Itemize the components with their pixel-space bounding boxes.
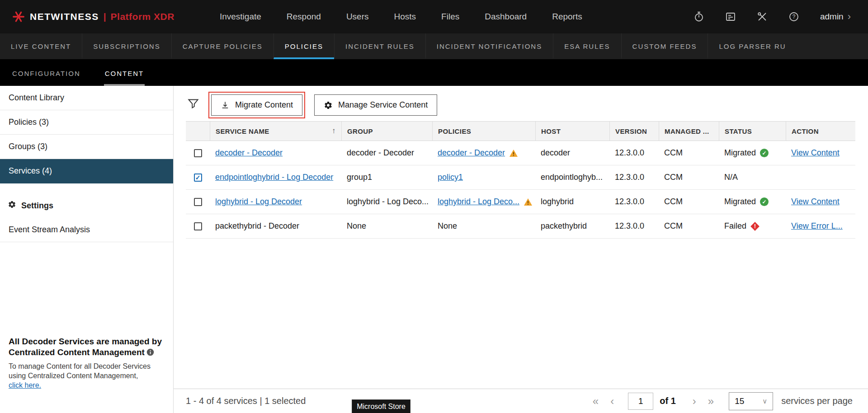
policy-link[interactable]: policy1 (438, 173, 463, 182)
managed-cell: CCM (664, 197, 683, 206)
sidebar-item-services[interactable]: Services (4) (0, 159, 173, 183)
page-size-select[interactable]: 15 ∨ (729, 392, 773, 410)
brand[interactable]: NETWITNESS | Platform XDR (0, 10, 175, 23)
page-number-input[interactable] (628, 393, 653, 410)
host-cell: endpointloghyb... (541, 173, 603, 182)
tab-subscriptions[interactable]: SUBSCRIPTIONS (82, 33, 171, 59)
header-policies[interactable]: POLICIES (432, 122, 535, 141)
service-name-text: packethybrid - Decoder (215, 221, 299, 231)
migrate-content-button[interactable]: Migrate Content (211, 94, 302, 116)
host-cell: loghybrid (541, 197, 574, 206)
top-right-actions: ? admin › (693, 11, 868, 22)
status-cell: Migrated (724, 197, 756, 206)
status-cell: Failed (724, 221, 746, 231)
taskbar-tooltip: Microsoft Store (352, 399, 410, 413)
header-version[interactable]: VERSION (609, 122, 659, 141)
service-link[interactable]: loghybrid - Log Decoder (215, 197, 302, 206)
toolbar: Migrate Content Manage Service Content (174, 86, 868, 118)
manage-service-content-button[interactable]: Manage Service Content (314, 94, 437, 116)
policy-cell: None (438, 221, 457, 231)
row-checkbox[interactable] (194, 149, 202, 157)
main-panel: Migrate Content Manage Service Content S… (174, 86, 868, 413)
group-cell: None (347, 221, 366, 231)
sidebar-item-content-library[interactable]: Content Library (0, 86, 173, 110)
notice-title: All Decoder Services are managed by Cent… (9, 336, 166, 358)
prev-page-icon[interactable]: ‹ (604, 395, 620, 408)
managed-cell: CCM (664, 148, 683, 158)
service-link[interactable]: endpointloghybrid - Log Decoder (215, 173, 333, 182)
view-content-link[interactable]: View Content (791, 197, 840, 206)
nav-investigate[interactable]: Investigate (220, 12, 261, 22)
nav-files[interactable]: Files (441, 12, 459, 22)
status-cell: N/A (724, 173, 738, 182)
version-cell: 12.3.0.0 (615, 148, 644, 158)
next-page-icon[interactable]: › (687, 395, 702, 408)
section-tabs: CONFIGURATION CONTENT (0, 59, 868, 86)
selection-summary: 1 - 4 of 4 services | 1 selected (186, 396, 306, 406)
sidebar-item-settings[interactable]: Settings (0, 193, 173, 218)
tab-esa-rules[interactable]: ESA RULES (553, 33, 621, 59)
sidebar-item-groups[interactable]: Groups (3) (0, 135, 173, 159)
header-action[interactable]: ACTION (786, 122, 855, 141)
table-footer: 1 - 4 of 4 services | 1 selected « ‹ of … (174, 389, 868, 413)
service-link[interactable]: decoder - Decoder (215, 148, 283, 158)
tab-live-content[interactable]: LIVE CONTENT (0, 33, 82, 59)
policy-link[interactable]: decoder - Decoder (438, 148, 505, 158)
row-checkbox[interactable] (194, 198, 202, 206)
first-page-icon[interactable]: « (587, 395, 604, 408)
tab-configuration[interactable]: CONFIGURATION (0, 59, 93, 86)
nav-dashboard[interactable]: Dashboard (485, 12, 527, 22)
table-row: endpointloghybrid - Log Decoder group1 p… (186, 165, 855, 190)
sidebar-item-policies[interactable]: Policies (3) (0, 110, 173, 135)
row-checkbox[interactable] (194, 222, 202, 230)
version-cell: 12.3.0.0 (615, 173, 644, 182)
nav-respond[interactable]: Respond (287, 12, 321, 22)
status-cell: Migrated (724, 148, 756, 158)
warning-icon (524, 198, 533, 206)
tools-icon[interactable] (757, 11, 768, 22)
nav-users[interactable]: Users (346, 12, 369, 22)
group-cell: group1 (347, 173, 372, 182)
table-row: loghybrid - Log Decoder loghybrid - Log … (186, 190, 855, 214)
header-service-name[interactable]: SERVICE NAME ↑ (210, 122, 341, 141)
chevron-down-icon: ∨ (762, 397, 767, 405)
header-group[interactable]: GROUP (341, 122, 432, 141)
view-error-link[interactable]: View Error L... (791, 221, 843, 231)
sidebar-item-event-stream-analysis[interactable]: Event Stream Analysis (0, 218, 173, 242)
table-row: decoder - Decoder decoder - Decoder deco… (186, 141, 855, 165)
sort-asc-icon: ↑ (332, 127, 336, 136)
tab-policies[interactable]: POLICIES (274, 33, 334, 59)
policy-link[interactable]: loghybrid - Log Deco... (438, 197, 519, 206)
header-checkbox-cell (186, 122, 210, 141)
header-status[interactable]: STATUS (719, 122, 786, 141)
success-icon (760, 149, 769, 157)
click-here-link[interactable]: click here. (9, 381, 41, 389)
row-checkbox[interactable] (194, 174, 202, 182)
download-icon (221, 101, 230, 110)
filter-icon[interactable] (187, 98, 199, 110)
header-managed[interactable]: MANAGED ... (659, 122, 719, 141)
gear-icon (324, 101, 333, 110)
tab-custom-feeds[interactable]: CUSTOM FEEDS (621, 33, 708, 59)
header-host[interactable]: HOST (535, 122, 609, 141)
table-header: SERVICE NAME ↑ GROUP POLICIES HOST VERSI… (186, 121, 855, 141)
timer-icon[interactable] (693, 11, 704, 22)
module-tabs: LIVE CONTENT SUBSCRIPTIONS CAPTURE POLIC… (0, 33, 868, 59)
highlight-box: Migrate Content (208, 92, 305, 118)
jobs-icon[interactable] (725, 11, 736, 22)
tab-capture-policies[interactable]: CAPTURE POLICIES (171, 33, 274, 59)
nav-hosts[interactable]: Hosts (394, 12, 416, 22)
tab-content[interactable]: CONTENT (93, 59, 156, 86)
nav-reports[interactable]: Reports (552, 12, 582, 22)
help-icon[interactable]: ? (788, 11, 799, 22)
main-nav: Investigate Respond Users Hosts Files Da… (220, 12, 582, 22)
last-page-icon[interactable]: » (702, 395, 720, 408)
info-icon[interactable] (145, 347, 154, 357)
tab-log-parser-rules[interactable]: LOG PARSER RU (708, 33, 797, 59)
content-area: Content Library Policies (3) Groups (3) … (0, 86, 868, 413)
tab-incident-rules[interactable]: INCIDENT RULES (334, 33, 425, 59)
admin-menu[interactable]: admin › (820, 12, 851, 22)
brand-name: NETWITNESS (30, 11, 99, 22)
view-content-link[interactable]: View Content (791, 148, 840, 158)
tab-incident-notifications[interactable]: INCIDENT NOTIFICATIONS (425, 33, 553, 59)
